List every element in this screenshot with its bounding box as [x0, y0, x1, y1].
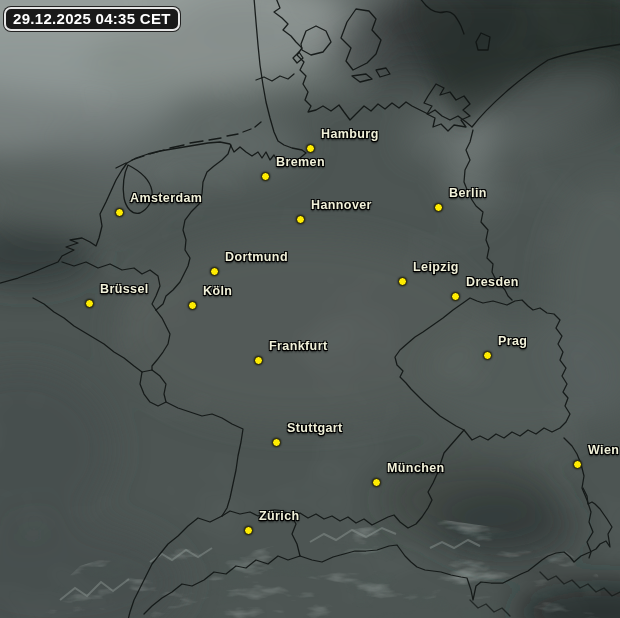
- city-label: Köln: [203, 284, 232, 298]
- satellite-map: HamburgBremenAmsterdamHannoverBerlinDort…: [0, 0, 620, 618]
- city-dot-icon: [85, 299, 94, 308]
- city-markers-layer: HamburgBremenAmsterdamHannoverBerlinDort…: [0, 0, 620, 618]
- city-dot-icon: [306, 144, 315, 153]
- city-label: Brüssel: [100, 282, 149, 296]
- city-label: Dortmund: [225, 250, 288, 264]
- city-dot-icon: [398, 277, 407, 286]
- city-dot-icon: [254, 356, 263, 365]
- city-dot-icon: [434, 203, 443, 212]
- city-label: Wien: [588, 443, 619, 457]
- city-dot-icon: [272, 438, 281, 447]
- city-label: Amsterdam: [130, 191, 202, 205]
- city-label: Berlin: [449, 186, 487, 200]
- city-dot-icon: [210, 267, 219, 276]
- city-dot-icon: [188, 301, 197, 310]
- city-label: Stuttgart: [287, 421, 343, 435]
- city-dot-icon: [261, 172, 270, 181]
- city-dot-icon: [451, 292, 460, 301]
- city-dot-icon: [573, 460, 582, 469]
- city-dot-icon: [244, 526, 253, 535]
- city-label: Zürich: [259, 509, 300, 523]
- city-dot-icon: [296, 215, 305, 224]
- city-label: Dresden: [466, 275, 519, 289]
- city-label: Hannover: [311, 198, 372, 212]
- city-label: München: [387, 461, 445, 475]
- city-dot-icon: [372, 478, 381, 487]
- city-dot-icon: [115, 208, 124, 217]
- city-dot-icon: [483, 351, 492, 360]
- timestamp-badge: 29.12.2025 04:35 CET: [4, 7, 180, 31]
- city-label: Leipzig: [413, 260, 459, 274]
- city-label: Hamburg: [321, 127, 379, 141]
- city-label: Prag: [498, 334, 527, 348]
- city-label: Frankfurt: [269, 339, 327, 353]
- city-label: Bremen: [276, 155, 325, 169]
